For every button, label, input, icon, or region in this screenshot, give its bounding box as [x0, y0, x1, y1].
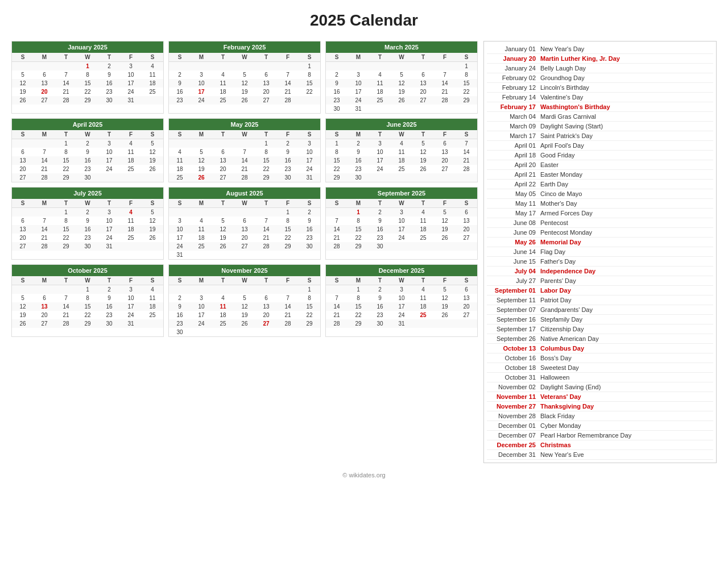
cal-day: [212, 285, 234, 294]
day-header: T: [369, 199, 391, 208]
cal-day: 20: [255, 311, 277, 319]
cal-day: [255, 328, 277, 336]
cal-day: 7: [434, 70, 456, 79]
day-header: T: [369, 53, 391, 62]
cal-day: [412, 173, 434, 182]
day-header: S: [142, 276, 163, 285]
day-header: W: [234, 130, 255, 139]
day-header: S: [12, 276, 34, 285]
cal-day: 26: [142, 165, 163, 173]
holiday-date: April 20: [489, 161, 540, 168]
day-header: T: [98, 130, 120, 139]
day-header: S: [12, 199, 34, 208]
cal-day: 20: [255, 88, 277, 96]
month-calendar-7: July 2025SMTWTFS123456789101112131415161…: [11, 187, 164, 260]
cal-day: 2: [369, 285, 391, 294]
holiday-name: Memorial Day: [540, 239, 581, 245]
holiday-name: Parents' Day: [540, 277, 576, 284]
holiday-date: June 15: [489, 258, 540, 265]
month-header: September 2025: [326, 188, 477, 199]
holiday-row: October 18Sweetest Day: [487, 363, 713, 373]
cal-day: 29: [55, 242, 77, 251]
cal-day: 26: [12, 96, 34, 105]
cal-day: 30: [277, 173, 299, 182]
cal-day: 29: [77, 96, 98, 105]
holiday-row: February 17Wasthington's Birthday: [487, 102, 713, 112]
cal-day: 29: [326, 173, 348, 182]
cal-day: 2: [169, 294, 191, 302]
cal-day: 4: [412, 285, 434, 294]
day-header: T: [412, 53, 434, 62]
cal-day: 31: [348, 105, 369, 113]
holiday-name: Thanksgiving Day: [540, 403, 594, 410]
holiday-name: Earth Day: [540, 181, 568, 188]
holiday-date: December 07: [489, 432, 540, 439]
cal-day: 4: [391, 139, 412, 148]
cal-day: 14: [456, 148, 477, 156]
day-header: S: [456, 276, 477, 285]
holiday-row: February 12Lincoln's Birthday: [487, 83, 713, 93]
cal-day: 18: [191, 234, 212, 242]
cal-table: SMTWTFS123456789101112131415161718192021…: [169, 130, 320, 182]
cal-day: 26: [212, 242, 234, 251]
day-header: W: [391, 276, 412, 285]
month-header: May 2025: [169, 119, 320, 130]
cal-day: 31: [98, 242, 120, 251]
day-header: W: [391, 199, 412, 208]
cal-day: 23: [369, 234, 391, 242]
cal-day: 3: [299, 139, 320, 148]
holiday-name: Cinco de Mayo: [540, 190, 582, 197]
cal-day: [456, 242, 477, 251]
cal-day: [412, 105, 434, 113]
holiday-name: Pentecost: [540, 219, 568, 226]
cal-day: 3: [391, 208, 412, 217]
cal-day: 6: [212, 148, 234, 156]
cal-table: SMTWTFS123456789101112131415161718192021…: [12, 199, 163, 251]
cal-day: 12: [434, 217, 456, 225]
holiday-row: May 05Cinco de Mayo: [487, 189, 713, 199]
cal-day: 4: [120, 139, 142, 148]
cal-day: 19: [12, 88, 34, 96]
day-header: M: [191, 53, 212, 62]
cal-day: [326, 285, 348, 294]
cal-day: 7: [255, 217, 277, 225]
cal-day: 18: [412, 302, 434, 311]
cal-day: [142, 242, 163, 251]
cal-day: 3: [120, 62, 142, 71]
cal-day: 12: [212, 225, 234, 234]
holiday-row: March 09Daylight Saving (Start): [487, 122, 713, 131]
cal-day: 15: [299, 302, 320, 311]
holiday-name: Cyber Monday: [540, 422, 581, 429]
month-calendar-12: December 2025SMTWTFS12345678910111213141…: [325, 264, 478, 337]
cal-day: 6: [255, 70, 277, 79]
cal-day: 16: [348, 156, 369, 165]
cal-day: 20: [234, 234, 255, 242]
cal-day: 28: [34, 173, 55, 182]
holiday-name: New Year's Day: [540, 45, 584, 52]
cal-day: 3: [369, 139, 391, 148]
cal-day: 23: [98, 311, 120, 319]
cal-day: 21: [55, 311, 77, 319]
cal-day: 21: [456, 156, 477, 165]
holiday-name: Daylight Saving (End): [540, 384, 601, 390]
cal-day: 3: [98, 208, 120, 217]
day-header: S: [169, 276, 191, 285]
cal-day: [12, 285, 34, 294]
cal-day: 4: [191, 217, 212, 225]
cal-day: 30: [98, 319, 120, 328]
holiday-row: December 31New Year's Eve: [487, 450, 713, 460]
cal-day: 14: [34, 225, 55, 234]
holiday-name: Sweetest Day: [540, 364, 579, 371]
cal-day: 25: [412, 234, 434, 242]
holiday-date: November 02: [489, 384, 540, 390]
cal-day: 10: [191, 302, 212, 311]
holiday-row: February 14Valentine's Day: [487, 93, 713, 102]
holiday-name: Martin Luther King, Jr. Day: [540, 55, 620, 62]
holiday-row: May 17Armed Forces Day: [487, 209, 713, 218]
holiday-name: Stepfamily Day: [540, 316, 582, 323]
holiday-row: January 20Martin Luther King, Jr. Day: [487, 54, 713, 64]
cal-day: 14: [55, 302, 77, 311]
holiday-date: March 04: [489, 113, 540, 120]
cal-day: 21: [277, 88, 299, 96]
holiday-name: Valentine's Day: [540, 94, 583, 101]
